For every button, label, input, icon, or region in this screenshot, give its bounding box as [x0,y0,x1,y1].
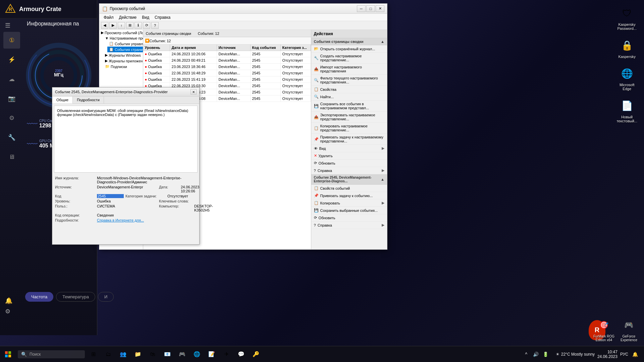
tree-custom[interactable]: ▼ Настраиваемые представле... [103,36,143,41]
col-source: Источник [217,45,251,51]
action-attach-task[interactable]: 📌 Привязать задачу к настраиваемому пред… [311,134,387,145]
action-event-props[interactable]: 📋 Свойств событий [311,185,387,192]
row-level: ● Ошибка [143,57,170,63]
nav-lighting[interactable]: ☁ [3,71,20,87]
row-datetime: 24.06.2023 10:26:06 [170,51,217,57]
taskbar-app-chat[interactable]: 💬 [234,348,248,361]
nav-devices[interactable]: 📷 [3,90,20,107]
table-row[interactable]: ● Ошибка 24.06.2023 00:49:21 DeviceMan..… [143,57,311,64]
desktop-icon-edge[interactable]: 🌐 MicrosoftEdge [615,64,639,93]
taskbar-app-explorer[interactable]: 📁 [131,348,145,361]
tray-speakers[interactable]: 🔊 [532,350,540,358]
table-row[interactable]: ● Ошибка 22.06.2023 16:48:29 DeviceMan..… [143,70,311,76]
taskbar-app-word[interactable]: 📝 [205,348,218,361]
task-view-btn[interactable]: ⊞ [87,348,100,361]
action-import-view[interactable]: 📥 Импорт настраиваемого представления [311,64,387,75]
action-refresh2[interactable]: ⟳ Обновить [311,214,387,222]
table-row[interactable]: ● Ошибка 24.06.2023 10:26:06 DeviceMan..… [143,51,311,57]
ev-minimize-btn[interactable]: ─ [357,5,366,12]
tab-other[interactable]: И [98,292,114,302]
nav-tools[interactable]: ⚙ [3,110,20,126]
action-create-view[interactable]: 🔧 Создать настраиваемое представление... [311,53,387,64]
menu-toggle[interactable]: ☰ [5,22,10,29]
taskbar-app-edge[interactable]: 🌐 [190,348,204,361]
ev-maximize-btn[interactable]: □ [366,5,375,12]
taskbar-language[interactable]: РУС [620,352,628,357]
ev-close-btn[interactable]: ✕ [376,5,384,12]
row-source: DeviceMan... [217,57,251,63]
toolbar-back[interactable]: ◀ [101,22,108,29]
action-copy[interactable]: 📋 Копировать ▶ [311,199,387,207]
taskbar-app-store[interactable]: 🛍 [146,348,159,361]
ev-detail-close-btn[interactable]: ✕ [191,89,197,95]
taskbar-app-games[interactable]: 🎮 [175,348,189,361]
tray-battery[interactable]: 🔋 [542,350,550,358]
nav-monitor[interactable]: 🖥 [3,148,20,165]
action-refresh[interactable]: ⟳ Обновить [311,160,387,167]
geforce-label: GeForceExperience [621,335,637,342]
gear-icon[interactable]: ⚙ [5,308,12,315]
menu-view[interactable]: Вид [139,14,152,20]
tree-subscriptions[interactable]: 📁 Подписки [103,64,143,69]
tab-freq[interactable]: Частота [25,292,53,302]
desktop-icon-textfile[interactable]: 📄 Новыйтекстовый... [615,96,639,125]
windows-logo-icon [5,351,11,357]
action-export-view[interactable]: 📤 Экспортировать настраиваемое представл… [311,112,387,123]
menu-file[interactable]: Файл [101,14,116,20]
menu-action[interactable]: Действие [116,14,140,20]
toolbar-up[interactable]: ↑ [118,22,125,29]
action-save-selected[interactable]: 💾 Сохранить выбранные события... [311,207,387,214]
taskbar-time[interactable]: 10:47 24.06.2023 [597,350,618,359]
taskbar-search-bar[interactable]: 🔍 Поиск [18,350,85,358]
tree-mgmt-events[interactable]: 📋 События управления [107,41,143,47]
tab-temp[interactable]: Температура [56,292,95,302]
tree-app-logs[interactable]: ▶ Журналы приложений и с... [103,58,143,64]
ev-event-count: События: 12 [198,32,219,36]
ev-tab-details[interactable]: Подробности [73,97,104,104]
row-category: Отсутствует [281,57,311,63]
desktop-icon-kaspersky[interactable]: 🔒 Kaspersky [615,36,639,60]
desktop-icon-geforce[interactable]: 🎮 GeForceExperience [619,315,639,344]
action-delete[interactable]: ✕ Удалить [311,152,387,160]
table-row[interactable]: ● Ошибка 22.06.2023 15:41:19 DeviceMan..… [143,76,311,83]
menu-help[interactable]: Справка [152,14,173,20]
bell-icon[interactable]: 🔔 [5,297,12,304]
nav-settings[interactable]: ⚡ [3,51,20,68]
tree-root[interactable]: ▶ Просмотр событий (Локальн... [99,30,143,36]
row-level: ● Ошибка [143,70,170,76]
action-filter[interactable]: 🔍 Фильтр текущего настраиваемого предста… [311,75,387,86]
toolbar-refresh[interactable]: ⟳ [143,22,150,29]
desktop-icon-kaspersky-password[interactable]: 🛡 KasperskyPassword... [615,3,639,32]
tree-summary-page[interactable]: 📋 События страницы сво... [107,47,143,52]
taskbar-app-teams[interactable]: 👥 [116,348,130,361]
action-save-all[interactable]: 💾 Сохранить все события в настраиваемом … [311,101,387,112]
toolbar-forward[interactable]: ▶ [109,22,117,29]
action-properties[interactable]: 📋 Свойства [311,86,387,93]
desktop-icon-furmark[interactable]: 🎯 FurMark ROGEdition x64 [592,315,616,344]
notifications-icon[interactable]: 🔔 [631,350,639,358]
ev-actions-header: Действия [311,30,387,38]
taskbar-app-mail[interactable]: 📧 [161,348,174,361]
taskbar-weather[interactable]: ☀ 22°C Mostly sunny [556,352,595,357]
action-help2[interactable]: ? Справка ▶ [311,222,387,229]
taskbar-app-widgets[interactable]: 🗂 [102,348,115,361]
row-datetime: 22.06.2023 16:48:29 [170,70,217,76]
action-attach-event-task[interactable]: 📌 Привязать задачу к событию... [311,192,387,199]
toolbar-show-hide[interactable]: ⊞ [126,22,133,29]
tree-windows-logs[interactable]: ▶ Журналы Windows [103,52,143,58]
toolbar-properties[interactable]: ℹ [135,22,142,29]
nav-hid[interactable]: 🔧 [3,129,20,146]
tray-network[interactable]: ^ [522,350,530,358]
ev-tab-general[interactable]: Общие [52,97,73,104]
taskbar-app-telegram[interactable]: ✈ [220,348,233,361]
table-row[interactable]: ● Ошибка 23.06.2023 18:36:46 DeviceMan..… [143,64,311,70]
action-open-log[interactable]: 📂 Открыть сохранённый журнал... [311,45,387,53]
start-button[interactable] [0,346,16,362]
action-copy-view[interactable]: 📋 Копировать настраиваемое представление… [311,123,387,134]
nav-dashboard[interactable]: ① [3,32,20,49]
toolbar-help[interactable]: ? [151,22,159,29]
taskbar-app-key[interactable]: 🔑 [249,348,263,361]
action-find[interactable]: 🔍 Найти... [311,93,387,101]
action-help[interactable]: ? Справка ▶ [311,167,387,174]
action-view[interactable]: 👁 Вид ▶ [311,145,387,152]
